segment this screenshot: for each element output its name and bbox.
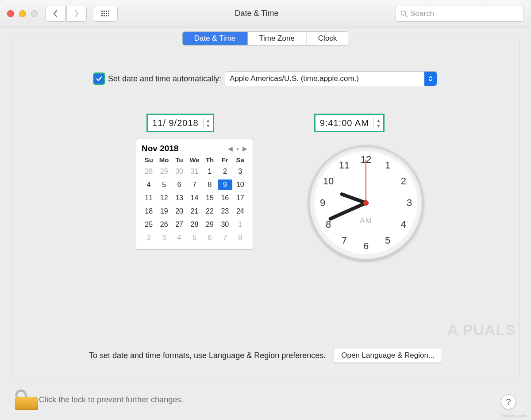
clock-number: 2 [401, 176, 406, 187]
date-stepper[interactable]: ▲ ▼ [203, 118, 213, 128]
calendar-day[interactable]: 3 [157, 233, 171, 243]
zoom-window-button[interactable] [31, 10, 38, 17]
stepper-down-icon[interactable]: ▼ [204, 123, 213, 128]
tab-date-time[interactable]: Date & Time [183, 32, 248, 45]
dropdown-caret [424, 72, 437, 86]
calendar-day[interactable]: 22 [203, 206, 217, 217]
calendar-day[interactable]: 11 [142, 193, 156, 203]
format-hint-row: To set date and time formats, use Langua… [12, 348, 519, 363]
calendar-day[interactable]: 13 [172, 193, 186, 203]
date-field[interactable]: 11/ 9/2018 ▲ ▼ [147, 115, 213, 131]
search-field[interactable]: Search [396, 6, 524, 22]
calendar-day[interactable]: 18 [142, 206, 156, 217]
stepper-up-icon[interactable]: ▲ [374, 118, 383, 123]
clock-number: 9 [320, 197, 325, 209]
content-area: Date & Time Time Zone Clock Set date and… [0, 27, 531, 379]
preferences-panel: Date & Time Time Zone Clock Set date and… [12, 39, 519, 379]
window-controls [7, 10, 38, 17]
time-field[interactable]: 9:41:00 AM ▲ ▼ [315, 115, 384, 131]
tab-clock[interactable]: Clock [307, 32, 349, 45]
calendar-prev-icon[interactable]: ◀ [228, 145, 233, 152]
calendar-day[interactable]: 4 [142, 179, 156, 190]
auto-set-checkbox[interactable] [94, 73, 104, 84]
calendar-day[interactable]: 23 [218, 206, 232, 217]
calendar-day[interactable]: 9 [218, 179, 232, 190]
clock-number: 6 [363, 241, 369, 252]
format-hint-text: To set date and time formats, use Langua… [89, 351, 326, 360]
date-value: 11/ 9/2018 [148, 118, 203, 128]
time-value: 9:41:00 AM [316, 118, 373, 128]
calendar-day[interactable]: 8 [233, 233, 247, 243]
calendar-day[interactable]: 5 [187, 233, 201, 243]
calendar-day[interactable]: 29 [157, 166, 171, 177]
calendar-day[interactable]: 7 [187, 179, 201, 190]
stepper-down-icon[interactable]: ▼ [374, 123, 383, 128]
calendar-day[interactable]: 20 [172, 206, 186, 217]
calendar-day[interactable]: 31 [187, 166, 201, 177]
calendar-day[interactable]: 27 [172, 219, 186, 230]
open-language-region-button[interactable]: Open Language & Region... [334, 348, 442, 363]
calendar-day[interactable]: 12 [157, 193, 171, 203]
calendar-day[interactable]: 15 [203, 193, 217, 203]
calendar-day[interactable]: 16 [218, 193, 232, 203]
calendar-day[interactable]: 21 [187, 206, 201, 217]
help-button[interactable]: ? [501, 394, 516, 409]
check-icon [96, 75, 103, 82]
calendar-day[interactable]: 26 [157, 219, 171, 230]
calendar-next-icon[interactable]: ▶ [242, 145, 247, 152]
calendar-day[interactable]: 6 [203, 233, 217, 243]
calendar-dow: Fr [218, 156, 232, 164]
calendar-day[interactable]: 30 [218, 219, 232, 230]
calendar-day[interactable]: 10 [233, 179, 247, 190]
preferences-window: Date & Time Search Date & Time Time Zone… [0, 0, 531, 420]
calendar-dow: Tu [172, 156, 186, 164]
calendar-day[interactable]: 8 [203, 179, 217, 190]
show-all-button[interactable] [93, 6, 118, 22]
calendar-day[interactable]: 1 [203, 166, 217, 177]
calendar-day[interactable]: 28 [187, 219, 201, 230]
close-window-button[interactable] [7, 10, 14, 17]
calendar-day[interactable]: 19 [157, 206, 171, 217]
calendar-day[interactable]: 17 [233, 193, 247, 203]
window-title: Date & Time [118, 9, 396, 18]
calendar-day[interactable]: 1 [233, 219, 247, 230]
calendar-day[interactable]: 28 [142, 166, 156, 177]
calendar-day[interactable]: 30 [172, 166, 186, 177]
forward-button[interactable] [66, 6, 87, 22]
minimize-window-button[interactable] [19, 10, 26, 17]
calendar-title: Nov 2018 [142, 144, 178, 153]
lock-hint-text: Click the lock to prevent further change… [39, 395, 183, 405]
date-time-fields-row: 11/ 9/2018 ▲ ▼ 9:41:00 AM ▲ ▼ [12, 115, 519, 131]
calendar-day[interactable]: 14 [187, 193, 201, 203]
chevron-left-icon [53, 10, 58, 18]
clock-number: 4 [401, 219, 406, 230]
calendar-header: Nov 2018 ◀ ● ▶ [142, 144, 247, 153]
svg-line-1 [405, 15, 408, 17]
calendar[interactable]: Nov 2018 ◀ ● ▶ SuMoTuWeThFrSa28293031123… [136, 139, 253, 250]
clock-number: 1 [385, 160, 390, 171]
calendar-day[interactable]: 6 [172, 179, 186, 190]
lock-button[interactable] [15, 389, 32, 410]
calendar-today-icon[interactable]: ● [236, 146, 239, 151]
tab-time-zone[interactable]: Time Zone [247, 32, 307, 45]
calendar-day[interactable]: 2 [218, 166, 232, 177]
stepper-up-icon[interactable]: ▲ [204, 118, 213, 123]
calendar-day[interactable]: 25 [142, 219, 156, 230]
analog-clock: 123456789101112 AM [308, 145, 423, 260]
calendar-day[interactable]: 7 [218, 233, 232, 243]
calendar-day[interactable]: 24 [233, 206, 247, 217]
calendar-day[interactable]: 2 [142, 233, 156, 243]
calendar-day[interactable]: 3 [233, 166, 247, 177]
calendar-day[interactable]: 29 [203, 219, 217, 230]
calendar-day[interactable]: 5 [157, 179, 171, 190]
back-button[interactable] [45, 6, 65, 22]
calendar-dow: We [187, 156, 201, 164]
search-icon [400, 10, 408, 17]
clock-ampm-label: AM [360, 217, 372, 225]
auto-set-label: Set date and time automatically: [108, 74, 221, 84]
search-placeholder: Search [410, 9, 434, 18]
calendar-day[interactable]: 4 [172, 233, 186, 243]
lock-body-icon [15, 397, 38, 410]
time-server-select[interactable]: Apple Americas/U.S. (time.apple.com.) [225, 71, 437, 86]
time-stepper[interactable]: ▲ ▼ [373, 118, 383, 128]
